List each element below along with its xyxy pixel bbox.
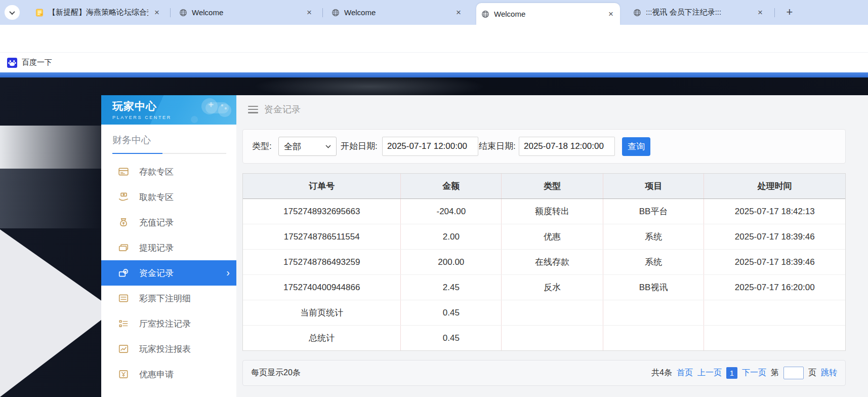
column-header: 订单号 xyxy=(243,174,400,198)
tab-close-icon[interactable]: × xyxy=(756,9,764,17)
table-row: 1752748932695663-204.00额度转出BB平台2025-07-1… xyxy=(243,199,845,224)
browser-tab-1[interactable]: 【新提醒】海燕策略论坛综合交× xyxy=(30,0,166,25)
sidebar-item-6[interactable]: 彩票下注明细 xyxy=(101,286,236,311)
first-page-link[interactable]: 首页 xyxy=(677,368,693,378)
promo-apply-icon xyxy=(118,369,129,380)
table-cell: 0.45 xyxy=(400,326,501,350)
sidebar-item-label: 资金记录 xyxy=(139,267,174,279)
table-cell: 1752748786493259 xyxy=(243,250,400,274)
sidebar-item-4[interactable]: 提现记录 xyxy=(101,235,236,260)
type-select-value: 全部 xyxy=(284,141,301,152)
sidebar-item-1[interactable]: 存款专区 xyxy=(101,159,236,184)
current-page-badge[interactable]: 1 xyxy=(726,367,737,379)
sidebar-item-label: 提现记录 xyxy=(139,242,174,254)
deposit-card-icon xyxy=(118,166,129,177)
table-cell: 2025-07-17 18:39:46 xyxy=(704,224,845,249)
table-cell xyxy=(603,326,704,350)
table-cell xyxy=(704,300,845,325)
tab-separator xyxy=(322,8,323,17)
tab-close-icon[interactable]: × xyxy=(454,9,463,17)
table-cell: 2025-07-17 18:42:13 xyxy=(704,199,845,224)
table-cell xyxy=(603,300,704,325)
table-cell: 1752740400944866 xyxy=(243,275,400,300)
page-suffix-label: 页 xyxy=(808,368,816,378)
money-bag-icon xyxy=(118,217,129,228)
browser-tab-3[interactable]: Welcome× xyxy=(326,0,468,25)
table-cell: 2.45 xyxy=(400,275,501,300)
tab-close-icon[interactable]: × xyxy=(153,9,161,17)
table-cell: BB视讯 xyxy=(603,275,704,300)
next-page-link[interactable]: 下一页 xyxy=(742,368,766,378)
sidebar: 玩家中心 PLAYERS CENTER 财务中心 存款专区取款专区充值记录提现记… xyxy=(101,95,236,397)
sidebar-item-5[interactable]: 资金记录› xyxy=(101,260,236,286)
start-date-label: 开始日期: xyxy=(341,130,378,163)
hall-list-icon xyxy=(118,318,129,329)
table-cell: 反水 xyxy=(501,275,603,300)
table-cell xyxy=(501,300,603,325)
end-date-input[interactable] xyxy=(519,137,615,156)
funds-table: 订单号金额类型项目处理时间 1752748932695663-204.00额度转… xyxy=(242,173,846,351)
browser-tab-4[interactable]: Welcome× xyxy=(476,3,620,25)
type-label: 类型: xyxy=(252,130,272,163)
table-cell: 当前页统计 xyxy=(243,300,400,325)
bookmarks-bar: 百度一下 xyxy=(0,53,868,72)
table-cell: BB平台 xyxy=(603,199,704,224)
browser-tab-5[interactable]: :::视讯 会员下注纪录:::× xyxy=(628,0,769,25)
sidebar-item-8[interactable]: 玩家投注报表 xyxy=(101,336,236,362)
new-tab-button[interactable]: + xyxy=(782,6,797,20)
table-cell: 总统计 xyxy=(243,326,400,350)
table-cell: 200.00 xyxy=(400,250,501,274)
tab-close-icon[interactable]: × xyxy=(305,9,313,17)
table-cell: 系统 xyxy=(603,224,704,249)
go-to-page-link[interactable]: 跳转 xyxy=(821,368,837,378)
tab-close-icon[interactable]: × xyxy=(607,10,615,18)
start-date-input[interactable] xyxy=(382,137,478,156)
tab-title: Welcome xyxy=(494,10,602,18)
funds-record-icon xyxy=(118,267,129,279)
sidebar-item-label: 玩家投注报表 xyxy=(139,343,191,355)
browser-tab-bar: 【新提醒】海燕策略论坛综合交×Welcome×Welcome×Welcome×:… xyxy=(0,0,868,25)
bookmark-baidu[interactable]: 百度一下 xyxy=(22,58,52,67)
sidebar-item-label: 厅室投注记录 xyxy=(139,318,191,330)
tab-title: Welcome xyxy=(192,8,301,17)
search-button[interactable]: 查询 xyxy=(622,137,650,156)
main-content: 资金记录 类型: 全部 开始日期: 结束日期: 查询 订单号金额类型项目处理时间… xyxy=(236,95,868,397)
end-date-label: 结束日期: xyxy=(479,130,516,163)
tab-title: Welcome xyxy=(344,8,450,17)
table-cell: -204.00 xyxy=(400,199,501,224)
wallet-icon xyxy=(118,242,129,253)
page-number-input[interactable] xyxy=(783,367,804,379)
table-cell: 0.45 xyxy=(400,300,501,325)
table-cell: 1752748932695663 xyxy=(243,199,400,224)
webpage: 玩家中心 PLAYERS CENTER 财务中心 存款专区取款专区充值记录提现记… xyxy=(0,77,868,397)
column-header: 金额 xyxy=(400,174,501,198)
sidebar-item-2[interactable]: 取款专区 xyxy=(101,184,236,210)
background-band xyxy=(0,126,102,169)
page-top-accent-bar xyxy=(0,72,868,77)
table-row: 1752748786493259200.00在线存款系统2025-07-17 1… xyxy=(243,249,845,274)
chevron-down-icon xyxy=(9,9,15,14)
sidebar-item-3[interactable]: 充值记录 xyxy=(101,210,236,235)
tab-title: 【新提醒】海燕策略论坛综合交 xyxy=(48,8,148,17)
prev-page-link[interactable]: 上一页 xyxy=(697,368,722,378)
tab-search-button[interactable] xyxy=(5,5,20,20)
report-chart-icon xyxy=(118,343,129,354)
background-band xyxy=(0,169,102,228)
document-yellow-icon xyxy=(35,9,44,17)
table-row: 当前页统计0.45 xyxy=(243,300,845,325)
players-center-banner: 玩家中心 PLAYERS CENTER xyxy=(101,95,236,125)
type-select[interactable]: 全部 xyxy=(278,137,337,156)
table-cell: 1752748786511554 xyxy=(243,224,400,249)
table-cell xyxy=(501,326,603,350)
page-title: 资金记录 xyxy=(264,103,301,115)
menu-toggle-icon[interactable] xyxy=(248,106,258,113)
lottery-list-icon xyxy=(118,293,129,304)
table-cell xyxy=(704,326,845,350)
table-row: 总统计0.45 xyxy=(243,325,845,350)
sidebar-item-9[interactable]: 优惠申请 xyxy=(101,362,236,387)
per-page-label: 每页显示20条 xyxy=(251,368,301,378)
table-cell: 系统 xyxy=(603,250,704,274)
table-cell: 额度转出 xyxy=(501,199,603,224)
browser-tab-2[interactable]: Welcome× xyxy=(174,0,318,25)
sidebar-item-7[interactable]: 厅室投注记录 xyxy=(101,311,236,336)
